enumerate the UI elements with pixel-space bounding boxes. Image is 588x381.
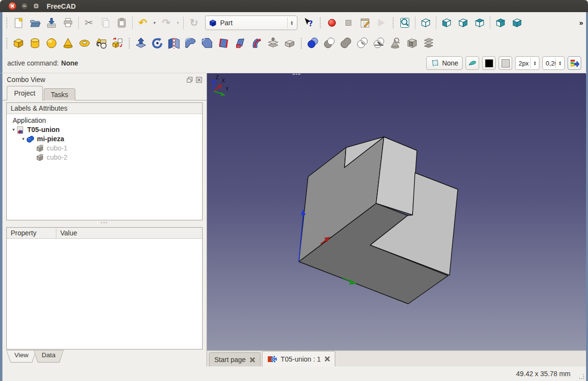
whats-this-button[interactable]: ?	[300, 15, 317, 31]
tab-view[interactable]: View	[6, 350, 36, 363]
close-tab-icon[interactable]	[250, 357, 255, 363]
part-sphere-button[interactable]	[43, 35, 60, 51]
copy-button[interactable]	[97, 15, 114, 31]
maximize-icon[interactable]	[33, 2, 40, 10]
cross-sections-button[interactable]	[420, 35, 437, 51]
chamfer-button[interactable]	[199, 35, 215, 51]
toolbar-overflow-button[interactable]: »	[579, 18, 583, 27]
ruled-surface-button[interactable]	[215, 35, 232, 51]
expander-icon[interactable]: ▼	[20, 134, 26, 144]
shape-builder-icon	[111, 37, 124, 50]
part-cylinder-button[interactable]	[27, 35, 43, 51]
macro-edit-button[interactable]	[357, 15, 373, 31]
thickness-button[interactable]	[281, 35, 298, 51]
cut-button[interactable]: ✂	[81, 15, 97, 31]
part-box-button[interactable]	[10, 35, 27, 51]
rear-view-button[interactable]	[492, 15, 509, 31]
text-scale-spinner[interactable]: ▲▼	[555, 58, 564, 68]
resize-grip[interactable]	[579, 374, 585, 380]
part-cone-button[interactable]	[60, 35, 76, 51]
fit-all-button[interactable]	[397, 15, 413, 31]
part-workbench-cube-icon	[208, 18, 217, 27]
refresh-button[interactable]: ↻	[186, 15, 202, 31]
3d-viewport[interactable]: Z X Y	[207, 73, 586, 350]
right-view-button[interactable]	[471, 15, 488, 31]
boolean-intersection-button[interactable]	[354, 35, 371, 51]
tab-tasks[interactable]: Tasks	[44, 88, 76, 100]
revolve-button[interactable]	[149, 35, 166, 51]
value-column-header[interactable]: Value	[56, 228, 202, 238]
line-width-spinbox[interactable]: 2px ▲▼	[515, 56, 539, 70]
cross-sections-icon	[422, 37, 435, 50]
new-document-button[interactable]	[10, 15, 27, 31]
undo-dropdown-button[interactable]: ▾	[151, 15, 158, 31]
top-view-button[interactable]	[455, 15, 471, 31]
tree-item-cubo2[interactable]: cubo-2	[11, 153, 202, 162]
save-button[interactable]	[43, 15, 60, 31]
tree-item-document[interactable]: ▼ T05-union	[11, 125, 202, 134]
property-table-body[interactable]	[7, 239, 202, 349]
tree-item-application[interactable]: Application	[11, 116, 202, 125]
macro-record-button[interactable]	[324, 15, 340, 31]
close-panel-button[interactable]	[196, 77, 202, 83]
print-button[interactable]	[60, 15, 76, 31]
axis-x-label: X	[222, 78, 225, 83]
boolean-union-button[interactable]	[338, 35, 354, 51]
tree-item-part[interactable]: ▼ mi-pieza	[11, 134, 202, 144]
close-tab-icon[interactable]	[325, 356, 330, 362]
part-torus-button[interactable]	[76, 35, 93, 51]
axonometric-view-button[interactable]	[417, 15, 434, 31]
macro-play-button[interactable]	[373, 15, 390, 31]
open-file-button[interactable]	[27, 15, 43, 31]
tab-project[interactable]: Project	[7, 86, 43, 100]
check-geometry-button[interactable]	[387, 35, 404, 51]
property-column-header[interactable]: Property	[7, 228, 56, 238]
extrude-button[interactable]	[133, 35, 149, 51]
draft-facecolor-black-button[interactable]	[482, 56, 496, 70]
face-style-icon	[431, 59, 439, 67]
workbench-selector[interactable]: Part ▲▼	[205, 16, 297, 30]
toolbar-drag-handle[interactable]	[129, 38, 130, 49]
mirror-button[interactable]	[166, 35, 182, 51]
fillet-button[interactable]	[182, 35, 199, 51]
front-view-button[interactable]	[438, 15, 455, 31]
dock-splitter[interactable]: •••	[2, 220, 207, 225]
offset-button[interactable]	[265, 35, 281, 51]
tab-data[interactable]: Data	[34, 350, 64, 363]
text-scale-spinbox[interactable]: 0,20 ▲▼	[542, 56, 565, 70]
close-icon[interactable]	[8, 2, 17, 10]
tab-document[interactable]: T05-union : 1	[262, 351, 336, 366]
loft-button[interactable]	[232, 35, 248, 51]
toolbar-drag-handle[interactable]	[393, 17, 394, 28]
minimize-icon[interactable]	[21, 2, 28, 10]
draft-style-button[interactable]: None	[426, 56, 463, 70]
toolbar-drag-handle[interactable]	[6, 38, 7, 49]
toolbar-drag-handle[interactable]	[301, 38, 302, 49]
draft-linecolor-button[interactable]	[466, 56, 479, 70]
tree-item-cubo1[interactable]: cubo-1	[11, 144, 202, 153]
rear-view-icon	[495, 17, 506, 29]
redo-button[interactable]: ↷	[158, 15, 174, 31]
shape-builder-button[interactable]	[109, 35, 126, 51]
workbench-spinner[interactable]: ▲▼	[287, 17, 296, 28]
left-view-button[interactable]	[509, 15, 525, 31]
sweep-button[interactable]	[248, 35, 265, 51]
section-button[interactable]	[371, 35, 387, 51]
create-primitives-button[interactable]	[93, 35, 109, 51]
boolean-button[interactable]	[305, 35, 321, 51]
boolean-cut-button[interactable]	[321, 35, 338, 51]
float-panel-button[interactable]	[187, 77, 193, 83]
macro-stop-button[interactable]	[340, 15, 357, 31]
paste-button[interactable]	[114, 15, 130, 31]
undo-button[interactable]: ↶	[135, 15, 151, 31]
autogroup-button[interactable]	[568, 56, 581, 70]
line-width-spinner[interactable]: ▲▼	[530, 58, 539, 68]
redo-dropdown-button[interactable]: ▾	[174, 15, 181, 31]
cross-section-button[interactable]	[404, 35, 420, 51]
draft-facecolor-gray-button[interactable]	[499, 56, 512, 70]
toolbar-drag-handle[interactable]	[320, 17, 321, 28]
toolbar-drag-handle[interactable]	[6, 17, 7, 28]
tab-start-page[interactable]: Start page	[209, 352, 260, 366]
expander-icon[interactable]: ▼	[11, 125, 17, 134]
separator	[78, 17, 79, 29]
